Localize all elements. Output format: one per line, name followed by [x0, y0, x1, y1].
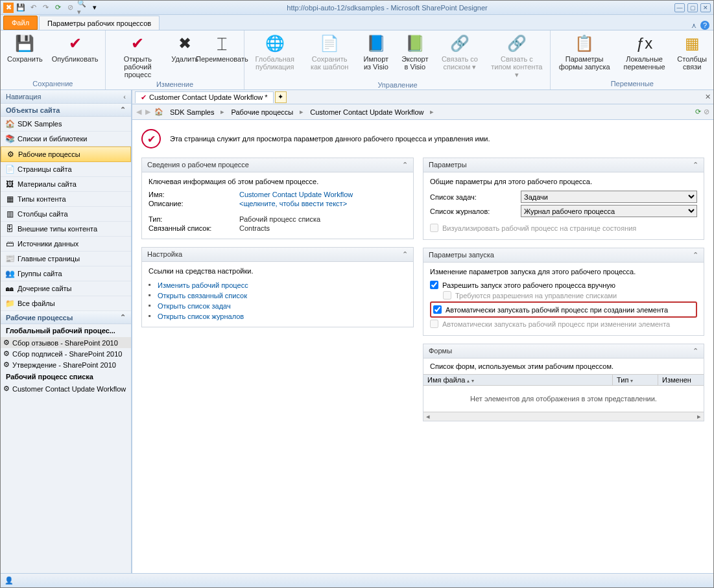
col-filename[interactable]: Имя файла ▴ ▾ — [423, 375, 613, 385]
minimize-ribbon-icon[interactable]: ⋏ — [691, 21, 696, 30]
auto-create-checkbox[interactable] — [433, 305, 442, 314]
nav-item-siteassets[interactable]: 🖼Материалы сайта — [1, 177, 131, 192]
master-icon: 📰 — [5, 253, 15, 264]
document-tab[interactable]: ✔Customer Contact Update Workflow * — [135, 91, 274, 103]
close-tab-button[interactable]: ✕ — [705, 93, 711, 101]
desc-placeholder[interactable]: <щелкните, чтобы ввести текст> — [239, 200, 347, 207]
content-area: ✔ Эта страница служит для просмотра пара… — [132, 120, 713, 573]
crumb-current[interactable]: Customer Contact Update Workflow — [307, 107, 426, 117]
nav-label: Все файлы — [18, 300, 55, 307]
col-modified[interactable]: Изменен — [658, 375, 704, 385]
qat-more-icon[interactable]: ▾ — [89, 3, 100, 13]
rename-icon: ⌶ — [211, 33, 232, 54]
history-list-select[interactable]: Журнал рабочего процесса — [521, 205, 697, 217]
forward-button[interactable]: ▶ — [145, 108, 150, 116]
open-workflow-button[interactable]: ✔Открыть рабочий процесс — [108, 32, 168, 80]
publish-button[interactable]: ✔Опубликовать — [48, 32, 102, 64]
redo-icon[interactable]: ↷ — [40, 3, 51, 13]
link-open-tasks[interactable]: Открыть список задач — [158, 302, 231, 310]
collapse-icon[interactable]: ⌃ — [693, 161, 698, 169]
chevron-icon: ⌃ — [120, 313, 126, 322]
refresh-icon[interactable]: ⟳ — [53, 3, 63, 13]
task-list-label: Список задач: — [430, 193, 521, 201]
link-open-history[interactable]: Открыть список журналов — [158, 312, 244, 320]
collapse-icon[interactable]: ⌃ — [402, 250, 408, 259]
panel-params-header[interactable]: Параметры⌃ — [423, 158, 704, 172]
undo-icon[interactable]: ↶ — [28, 3, 38, 13]
back-button[interactable]: ◀ — [136, 108, 141, 116]
ctype-icon: ▦ — [5, 194, 15, 204]
refresh-button[interactable]: ⟳ — [695, 108, 701, 116]
visualize-label: Визуализировать рабочий процесс на стран… — [442, 224, 636, 232]
new-tab-button[interactable]: ✦ — [275, 91, 287, 103]
nav-item-allfiles[interactable]: 📁Все файлы — [1, 296, 131, 311]
publish-icon: ✔ — [65, 33, 86, 54]
export-visio-button[interactable]: 📗Экспорт в Visio — [396, 32, 433, 72]
local-vars-button[interactable]: ƒxЛокальные переменные — [617, 32, 672, 72]
nav-item-workflows[interactable]: ⚙Рабочие процессы — [1, 147, 131, 162]
panel-config-sub: Ссылки на средства настройки. — [149, 267, 407, 275]
rename-button[interactable]: ⌶Переименовать — [202, 32, 241, 64]
site-objects-header[interactable]: Объекты сайта⌃ — [1, 104, 131, 117]
wf-item-signatures[interactable]: ⚙Сбор подписей - SharePoint 2010 — [1, 348, 131, 359]
wf-item-approval[interactable]: ⚙Утверждение - SharePoint 2010 — [1, 359, 131, 370]
col-type[interactable]: Тип ▾ — [613, 375, 658, 385]
home-icon[interactable]: 🏠 — [154, 108, 163, 116]
nav-item-contenttypes[interactable]: ▦Типы контента — [1, 192, 131, 207]
minimize-button[interactable]: — — [674, 3, 685, 12]
close-button[interactable]: ✕ — [700, 3, 711, 12]
publish-label: Опубликовать — [52, 55, 99, 63]
preview-icon[interactable]: 🔍▾ — [77, 3, 88, 13]
panel-info-header[interactable]: Сведения о рабочем процессе⌃ — [142, 158, 413, 172]
link-edit-wf[interactable]: Изменить рабочий процесс — [158, 281, 248, 289]
navigation-pane: Навигация‹ Объекты сайта⌃ 🏠SDK Samples 📚… — [1, 90, 132, 573]
app-icon[interactable]: ✖ — [3, 3, 14, 13]
assets-icon: 🖼 — [5, 179, 15, 189]
crumb-sdk[interactable]: SDK Samples — [167, 107, 217, 117]
site-objects-title: Объекты сайта — [6, 106, 60, 114]
nav-header: Навигация‹ — [1, 90, 131, 104]
workflow-icon: ⚙ — [5, 149, 16, 159]
nav-item-subsites[interactable]: 🏘Дочерние сайты — [1, 281, 131, 296]
save-icon[interactable]: 💾 — [16, 3, 26, 13]
name-value[interactable]: Customer Contact Update Workflow — [239, 191, 353, 198]
panel-forms-header[interactable]: Формы⌃ — [423, 344, 704, 359]
nav-item-sitegroups[interactable]: 👥Группы сайта — [1, 266, 131, 281]
workflow-settings-tab[interactable]: Параметры рабочих процессов — [39, 16, 160, 30]
init-form-params-button[interactable]: 📋Параметры формы запуска — [553, 32, 615, 72]
nav-item-sitepages[interactable]: 📄Страницы сайта — [1, 162, 131, 177]
wf-item-feedback[interactable]: ⚙Сбор отзывов - SharePoint 2010 — [1, 337, 131, 348]
horizontal-scrollbar[interactable]: ◂▸ — [423, 412, 704, 421]
group-label-save: Сохранение — [3, 79, 102, 88]
help-icon[interactable]: ? — [700, 21, 709, 30]
panel-config-header[interactable]: Настройка⌃ — [142, 248, 413, 262]
nav-collapse-icon[interactable]: ‹ — [123, 93, 126, 100]
panel-start-header[interactable]: Параметры запуска⌃ — [423, 248, 704, 263]
nav-item-extct[interactable]: 🗄Внешние типы контента — [1, 222, 131, 237]
file-tab[interactable]: Файл — [3, 16, 38, 30]
nav-item-sdksamples[interactable]: 🏠SDK Samples — [1, 117, 131, 132]
group-label-vars: Переменные — [553, 79, 711, 88]
collapse-icon[interactable]: ⌃ — [693, 347, 698, 355]
maximize-button[interactable]: ▢ — [687, 3, 698, 12]
collapse-icon[interactable]: ⌃ — [402, 161, 408, 169]
link-open-list[interactable]: Открыть связанный список — [158, 292, 247, 300]
nav-item-lists[interactable]: 📚Списки и библиотеки — [1, 132, 131, 147]
import-visio-button[interactable]: 📘Импорт из Visio — [357, 32, 395, 72]
crumb-workflows[interactable]: Рабочие процессы — [228, 107, 296, 117]
stop-icon[interactable]: ⊘ — [65, 3, 75, 13]
assoc-columns-button[interactable]: ▦Столбцы связи — [673, 32, 711, 72]
manual-start-checkbox[interactable] — [430, 281, 438, 289]
workflows-header[interactable]: Рабочие процессы⌃ — [1, 311, 131, 324]
nav-item-masterpages[interactable]: 📰Главные страницы — [1, 252, 131, 266]
ribbon-group-edit: ✔Открыть рабочий процесс ✖Удалить ⌶Переи… — [106, 30, 245, 89]
nav-item-sitecolumns[interactable]: ▥Столбцы сайта — [1, 207, 131, 222]
stop-button[interactable]: ⊘ — [704, 108, 709, 116]
collapse-icon[interactable]: ⌃ — [693, 251, 698, 259]
ribbon-group-save: 💾Сохранить ✔Опубликовать Сохранение — [1, 30, 106, 89]
nav-item-datasources[interactable]: 🗃Источники данных — [1, 237, 131, 252]
open-wf-label: Открыть рабочий процесс — [112, 55, 164, 78]
wf-item-customer-contact[interactable]: ⚙Customer Contact Update Workflow — [1, 383, 131, 394]
save-button[interactable]: 💾Сохранить — [3, 32, 47, 64]
task-list-select[interactable]: Задачи — [521, 191, 697, 203]
